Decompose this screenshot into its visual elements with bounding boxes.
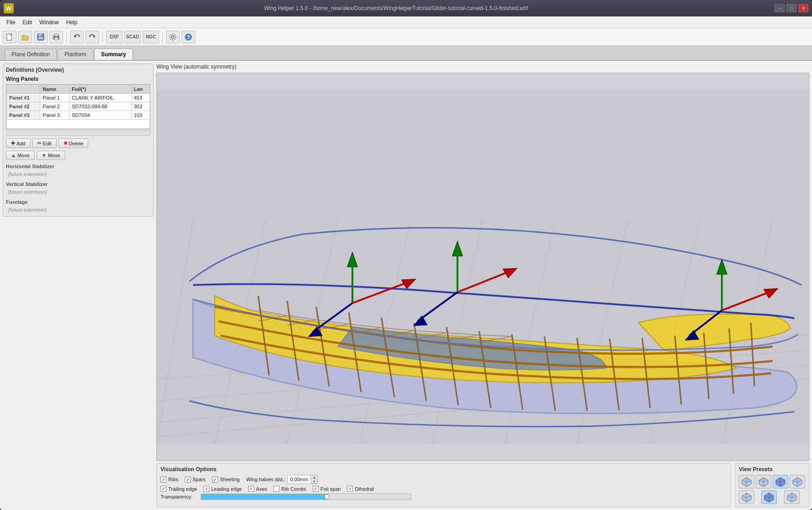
move-down-button[interactable]: ▼ Move <box>37 151 65 160</box>
close-button[interactable]: ✕ <box>798 4 808 12</box>
ribs-checkbox[interactable] <box>160 477 166 483</box>
spars-checkbox[interactable] <box>185 477 191 483</box>
svg-rect-6 <box>54 37 58 40</box>
panels-table: Name Foil(*) Len Panel #1 Panel 1 CLARK … <box>6 85 150 129</box>
spinbox-down[interactable]: ▼ <box>311 479 317 483</box>
rib-combs-checkbox[interactable] <box>273 486 279 492</box>
menu-bar: File Edit Window Help <box>0 16 812 28</box>
axes-checkbox[interactable] <box>248 486 254 492</box>
add-icon: ✚ <box>11 140 15 146</box>
table-row[interactable]: Panel #2 Panel 2 SD7032-099-88 303 <box>7 102 150 111</box>
preset-btn-3[interactable] <box>773 475 788 489</box>
wing-halves-value[interactable]: 0,00mm <box>288 476 311 483</box>
vis-foil-span[interactable]: Foil span <box>313 486 341 492</box>
transparency-slider[interactable] <box>201 494 411 500</box>
vis-sheeting[interactable]: Sheeting <box>212 477 240 483</box>
wing-view-title: Wing View (automatic symmetry) <box>156 64 809 70</box>
edit-icon: ✏ <box>37 140 42 146</box>
foil-span-label: Foil span <box>321 486 341 492</box>
open-button[interactable] <box>18 31 32 43</box>
sheeting-checkbox[interactable] <box>212 477 218 483</box>
preset-btn-2[interactable] <box>756 475 771 489</box>
panels-table-scroll[interactable]: Name Foil(*) Len Panel #1 Panel 1 CLARK … <box>6 84 150 129</box>
table-row[interactable]: Panel #1 Panel 1 CLARK Y AIRFOIL 453 <box>7 94 150 102</box>
redo-button[interactable] <box>85 31 99 43</box>
horiz-stab-title: Horizontal Stabilizer <box>6 164 150 169</box>
row-id-3: Panel #3 <box>7 111 40 120</box>
spars-label: Spars <box>192 477 206 482</box>
table-scrollbar[interactable] <box>6 130 150 136</box>
tab-summary[interactable]: Summary <box>94 48 133 60</box>
tab-plane-definition[interactable]: Plane Definition <box>5 48 57 60</box>
new-button[interactable] <box>3 31 16 43</box>
spinbox-up[interactable]: ▲ <box>311 475 317 479</box>
sheeting-label: Sheeting <box>220 477 240 482</box>
vis-options: Visualisation Options Ribs Spars <box>156 463 731 507</box>
menu-window[interactable]: Window <box>36 18 63 27</box>
wing-view-container[interactable] <box>156 73 809 461</box>
panel-buttons: ✚ Add ✏ Edit ✖ Delete <box>6 138 150 148</box>
tab-planform[interactable]: Planform <box>58 48 93 60</box>
wing-halves-spinbox[interactable]: 0,00mm ▲ ▼ <box>287 475 318 484</box>
fuselage-section: Fuselage (future extension) <box>6 199 150 213</box>
main-window: W Wing Helper 1.5.0 - /home_new/alex/Doc… <box>0 0 812 510</box>
slider-thumb <box>325 494 329 499</box>
scad-button[interactable]: SCAD <box>124 31 141 43</box>
dihedral-checkbox[interactable] <box>347 486 353 492</box>
minimize-button[interactable]: – <box>775 4 785 12</box>
help-button[interactable]: ? <box>182 31 195 43</box>
rib-combs-label: Rib Combs <box>281 486 306 492</box>
fuselage-title: Fuselage <box>6 199 150 205</box>
menu-help[interactable]: Help <box>63 18 81 27</box>
vis-spars[interactable]: Spars <box>185 477 206 483</box>
preset-grid-bottom-wrapper <box>739 490 805 504</box>
col-header-name: Name <box>40 85 69 94</box>
horiz-stab-section: Horizontal Stabilizer (future extension) <box>6 164 150 178</box>
leading-edge-label: Leading edge <box>211 486 242 492</box>
transparency-label: Transparency: <box>160 494 197 499</box>
preset-btn-4[interactable] <box>790 475 805 489</box>
foil-span-checkbox[interactable] <box>313 486 319 492</box>
edit-button[interactable]: ✏ Edit <box>32 138 57 148</box>
print-button[interactable] <box>49 31 63 43</box>
vis-ribs[interactable]: Ribs <box>160 477 178 483</box>
maximize-button[interactable]: □ <box>786 4 796 12</box>
vis-leading-edge[interactable]: Leading edge <box>203 486 242 492</box>
preset-btn-1[interactable] <box>739 475 754 489</box>
row-foil-1: CLARK Y AIRFOIL <box>69 94 132 102</box>
right-panel: Wing View (automatic symmetry) <box>156 64 809 507</box>
trailing-edge-checkbox[interactable] <box>160 486 166 492</box>
view-presets-title: View Presets <box>739 466 805 473</box>
wing-panels-title: Wing Panels <box>6 76 150 82</box>
vis-row-2: Trailing edge Leading edge Axes <box>160 486 727 492</box>
vis-wing-halves: Wing halves dist.: 0,00mm ▲ ▼ <box>246 475 318 484</box>
leading-edge-checkbox[interactable] <box>203 486 209 492</box>
undo-button[interactable] <box>70 31 84 43</box>
ngc-button[interactable]: NGC <box>143 31 159 43</box>
move-up-button[interactable]: ▲ Move <box>6 151 35 160</box>
vis-trailing-edge[interactable]: Trailing edge <box>160 486 197 492</box>
preset-btn-6[interactable] <box>761 490 777 504</box>
delete-button[interactable]: ✖ Delete <box>59 138 89 148</box>
preset-grid-top <box>739 475 805 489</box>
save-button[interactable] <box>34 31 48 43</box>
vis-axes[interactable]: Axes <box>248 486 267 492</box>
vis-row-1: Ribs Spars Sheeting Wing hal <box>160 475 727 484</box>
menu-edit[interactable]: Edit <box>19 18 36 27</box>
dihedral-label: Dihedral <box>355 486 374 492</box>
separator-3 <box>162 32 163 42</box>
settings-button[interactable] <box>166 31 180 43</box>
vis-dihedral[interactable]: Dihedral <box>347 486 374 492</box>
table-row[interactable]: Panel #3 Panel 3 SD7034 103 <box>7 111 150 120</box>
wing-halves-label: Wing halves dist.: <box>246 477 285 482</box>
content-area: Definitions (Overview) Wing Panels Name … <box>0 60 812 510</box>
row-name-2: Panel 2 <box>40 102 69 111</box>
preset-btn-7[interactable] <box>784 490 800 504</box>
col-header-empty <box>7 85 40 94</box>
vis-rib-combs[interactable]: Rib Combs <box>273 486 306 492</box>
menu-file[interactable]: File <box>3 18 19 27</box>
preset-btn-5[interactable] <box>739 490 754 504</box>
dxf-button[interactable]: DXF <box>106 31 123 43</box>
svg-rect-5 <box>54 34 58 36</box>
add-button[interactable]: ✚ Add <box>6 138 31 148</box>
